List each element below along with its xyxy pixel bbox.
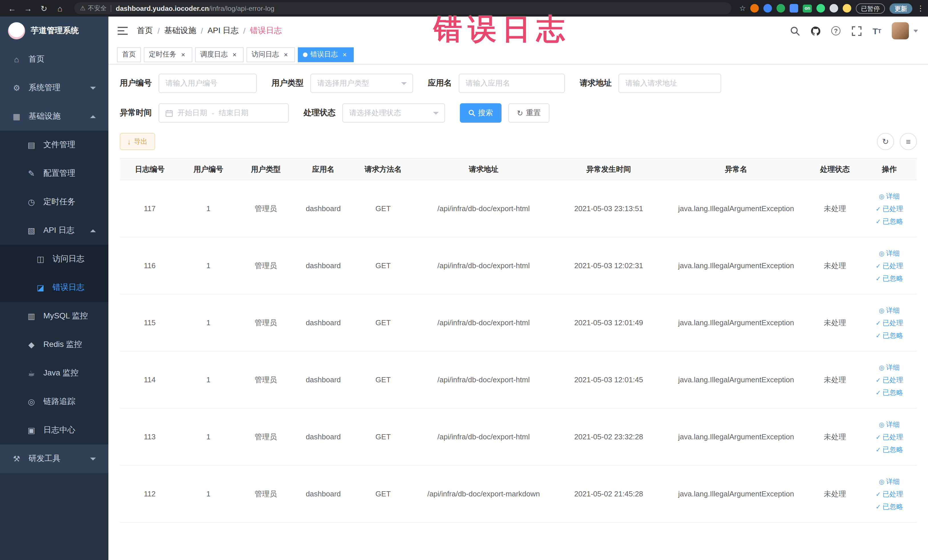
cell-user_type: 管理员: [237, 465, 295, 522]
breadcrumb-item[interactable]: 首页: [137, 26, 153, 36]
processed-action-link[interactable]: ✓已处理: [862, 488, 917, 500]
paw-extension-icon[interactable]: [830, 4, 838, 12]
update-button[interactable]: 更新: [890, 3, 912, 14]
tab-job-log[interactable]: 调度日志 ×: [195, 47, 244, 62]
blue-drop-extension-icon[interactable]: [763, 4, 772, 12]
sidebar-item-label: 文件管理: [43, 140, 75, 150]
sidebar-item-access-log[interactable]: ◫ 访问日志: [0, 245, 108, 273]
app-name-label: 应用名: [428, 78, 452, 89]
smiley-extension-icon[interactable]: [843, 4, 851, 12]
refresh-table-button[interactable]: ↻: [877, 133, 894, 150]
ignore-action-link[interactable]: ✓已忽略: [862, 500, 917, 513]
github-icon[interactable]: [810, 25, 821, 37]
reset-button[interactable]: ↻ 重置: [508, 103, 549, 123]
ignore-action-link[interactable]: ✓已忽略: [862, 329, 917, 342]
sidebar-item-file[interactable]: ▤ 文件管理: [0, 131, 108, 159]
cell-id: 114: [120, 351, 180, 408]
process-status-select[interactable]: 请选择处理状态: [342, 103, 445, 123]
gear-icon: ⚙: [11, 83, 22, 92]
user-id-input[interactable]: 请输入用户编号: [159, 73, 257, 93]
leaf-extension-icon[interactable]: [817, 4, 825, 12]
detail-action-link[interactable]: ◎详细: [862, 418, 917, 430]
paused-badge[interactable]: 已暂停: [856, 3, 885, 14]
app-name-input[interactable]: 请输入应用名: [459, 73, 565, 93]
tab-job[interactable]: 定时任务 ×: [144, 47, 192, 62]
on-badge-extension-icon[interactable]: on: [803, 4, 812, 12]
processed-action-link[interactable]: ✓已处理: [862, 202, 917, 215]
help-icon[interactable]: ?: [830, 25, 841, 37]
font-size-icon[interactable]: TT: [871, 25, 883, 37]
tab-home[interactable]: 首页: [117, 47, 141, 62]
bookmark-star-icon[interactable]: ☆: [739, 4, 746, 12]
close-icon[interactable]: ×: [230, 50, 238, 58]
ignore-action-link[interactable]: ✓已忽略: [862, 272, 917, 284]
ignore-action-link[interactable]: ✓已忽略: [862, 215, 917, 227]
home-icon[interactable]: ⌂: [53, 4, 66, 13]
cell-user_id: 1: [180, 351, 237, 408]
back-icon[interactable]: ←: [6, 4, 18, 13]
processed-action-link[interactable]: ✓已处理: [862, 374, 917, 386]
breadcrumb-item[interactable]: API 日志: [208, 26, 239, 36]
detail-action-link[interactable]: ◎详细: [862, 190, 917, 202]
sidebar-item-system[interactable]: ⚙ 系统管理: [0, 73, 108, 102]
sidebar-item-job[interactable]: ◷ 定时任务: [0, 188, 108, 216]
sidebar-item-home[interactable]: ⌂ 首页: [0, 45, 108, 73]
sidebar-item-infra[interactable]: ▦ 基础设施: [0, 102, 108, 131]
column-header: 用户类型: [237, 158, 295, 180]
grid-extension-icon[interactable]: [790, 4, 798, 12]
sidebar-item-tools[interactable]: ⚒ 研发工具: [0, 444, 108, 473]
close-icon[interactable]: ×: [179, 50, 187, 58]
sidebar-item-java[interactable]: ☕ Java 监控: [0, 359, 108, 388]
user-type-select[interactable]: 请选择用户类型: [310, 73, 413, 93]
reload-icon[interactable]: ↻: [38, 4, 50, 13]
processed-action-link[interactable]: ✓已处理: [862, 430, 917, 443]
tab-access-log[interactable]: 访问日志 ×: [246, 47, 295, 62]
sidebar-item-mysql[interactable]: ▥ MySQL 监控: [0, 302, 108, 330]
search-icon[interactable]: [789, 25, 800, 37]
search-button[interactable]: 搜索: [460, 103, 502, 123]
detail-action-link[interactable]: ◎详细: [862, 361, 917, 374]
processed-action-link[interactable]: ✓已处理: [862, 259, 917, 272]
close-icon[interactable]: ×: [282, 50, 290, 58]
processed-action-link[interactable]: ✓已处理: [862, 316, 917, 329]
chevron-down-icon[interactable]: [913, 29, 918, 32]
sidebar-item-label: 首页: [29, 54, 44, 64]
detail-action-link[interactable]: ◎详细: [862, 247, 917, 259]
date-range-picker[interactable]: 开始日期 - 结束日期: [159, 103, 289, 123]
address-bar[interactable]: ⚠ 不安全 dashboard.yudao.iocoder.cn /infra/…: [74, 2, 731, 14]
breadcrumb-item[interactable]: 基础设施: [164, 26, 196, 36]
close-icon[interactable]: ×: [340, 50, 349, 58]
forward-icon[interactable]: →: [22, 4, 34, 13]
column-settings-button[interactable]: ≡: [900, 133, 917, 150]
tab-error-log[interactable]: 错误日志 ×: [298, 47, 354, 62]
avatar[interactable]: [892, 22, 909, 40]
redis-monitor-icon: ◆: [26, 340, 37, 349]
browser-menu-icon[interactable]: ⋮: [917, 4, 923, 12]
check-icon: ✓: [876, 316, 881, 329]
breadcrumb-separator: /: [201, 26, 203, 35]
request-url-input[interactable]: 请输入请求地址: [618, 73, 721, 93]
orange-extension-icon[interactable]: [750, 4, 759, 12]
sidebar-item-log-center[interactable]: ▣ 日志中心: [0, 416, 108, 444]
column-header: 操作: [862, 158, 917, 180]
detail-action-link[interactable]: ◎详细: [862, 475, 917, 488]
sidebar-item-api-log[interactable]: ▧ API 日志: [0, 216, 108, 245]
breadcrumb: 首页/基础设施/API 日志/错误日志: [137, 26, 282, 36]
green-круг-extension-icon[interactable]: [777, 4, 785, 12]
logo[interactable]: 芋道管理系统: [0, 17, 108, 45]
sidebar-item-error-log[interactable]: ◪ 错误日志: [0, 273, 108, 302]
export-button[interactable]: ↓ 导出: [120, 133, 155, 150]
sidebar-item-label: 日志中心: [43, 425, 75, 435]
hamburger-icon[interactable]: [108, 27, 137, 35]
sidebar-item-redis[interactable]: ◆ Redis 监控: [0, 330, 108, 359]
ignore-action-link[interactable]: ✓已忽略: [862, 443, 917, 456]
column-header: 异常发生时间: [553, 158, 664, 180]
table-row: 1171管理员dashboardGET/api/infra/db-doc/exp…: [120, 180, 917, 237]
sidebar-item-tracer[interactable]: ◎ 链路追踪: [0, 388, 108, 416]
sidebar-item-config[interactable]: ✎ 配置管理: [0, 159, 108, 188]
detail-action-link[interactable]: ◎详细: [862, 304, 917, 316]
table-row: 1141管理员dashboardGET/api/infra/db-doc/exp…: [120, 351, 917, 408]
breadcrumb-item: 错误日志: [250, 26, 282, 36]
fullscreen-icon[interactable]: [851, 25, 862, 37]
ignore-action-link[interactable]: ✓已忽略: [862, 386, 917, 398]
